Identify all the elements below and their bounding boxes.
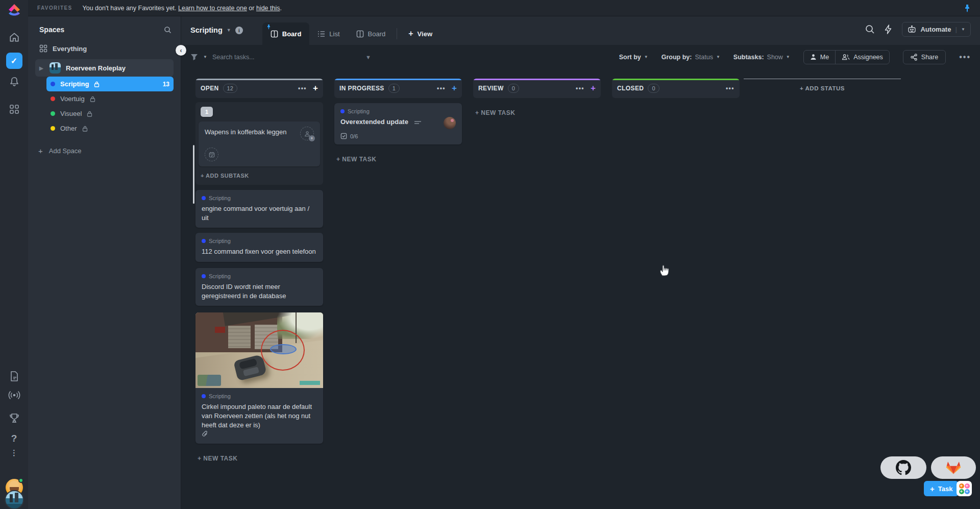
checklist-progress: 0/6 (350, 133, 358, 139)
home-icon[interactable] (9, 32, 20, 43)
tab-list[interactable]: List (309, 22, 348, 45)
toolbar-more-icon[interactable]: ••• (959, 53, 971, 62)
search-tasks-input[interactable] (212, 54, 330, 61)
task-card[interactable]: Wapens in kofferbak leggen + (199, 122, 320, 166)
subtasks-button[interactable]: Subtasks: Show ▼ (733, 54, 790, 61)
task-card[interactable]: Scripting Overextended update 0/6 (334, 103, 462, 144)
column-open: OPEN 12 ••• + 1 Wapens in kofferbak legg… (195, 79, 323, 462)
tab-board-2[interactable]: Board (348, 22, 394, 45)
info-icon[interactable]: i (235, 27, 243, 34)
dashboards-grid-icon[interactable] (9, 104, 19, 114)
github-button[interactable] (880, 456, 926, 479)
person-icon (810, 54, 817, 60)
new-task-button[interactable]: + NEW TASK (336, 156, 462, 163)
assignee-filter-group: Me Assignees (803, 50, 890, 64)
assignees-label: Assignees (853, 54, 883, 61)
column-count: 1 (388, 84, 400, 93)
add-subtask-button[interactable]: + ADD SUBTASK (199, 166, 320, 185)
board-view-icon (271, 30, 278, 38)
chevron-down-icon[interactable]: ▼ (365, 54, 371, 60)
me-filter-button[interactable]: Me (804, 51, 835, 64)
add-view-button[interactable]: + View (400, 22, 440, 45)
column-add-task-icon[interactable]: + (452, 83, 457, 93)
attachment-paperclip-icon (202, 430, 317, 438)
column-add-task-icon[interactable]: + (591, 83, 596, 93)
docs-icon[interactable] (9, 371, 19, 382)
list-color-dot (51, 82, 55, 86)
board-view-icon (356, 30, 364, 38)
learn-how-link[interactable]: Learn how to create one (178, 5, 247, 12)
task-title: Overextended update (340, 118, 408, 126)
task-card[interactable]: Scripting Discord ID wordt niet meer ger… (195, 268, 323, 306)
list-tag: Scripting (209, 195, 231, 201)
column-menu-icon[interactable]: ••• (298, 85, 307, 92)
group-by-button[interactable]: Group by: Status ▼ (662, 54, 720, 61)
list-tag-dot (202, 196, 206, 200)
automate-button[interactable]: Automate | ▼ (902, 22, 971, 37)
add-assignee-icon[interactable]: + (300, 127, 314, 140)
new-task-button[interactable]: + NEW TASK (475, 109, 601, 116)
filter-caret-icon[interactable]: ▼ (203, 55, 207, 59)
column-menu-icon[interactable]: ••• (437, 85, 446, 92)
share-button[interactable]: Share (903, 50, 946, 64)
sidebar-list-visueel[interactable]: Visueel (46, 106, 174, 121)
sort-by-button[interactable]: Sort by ▼ (619, 54, 648, 61)
add-due-date-icon[interactable] (205, 148, 218, 161)
list-tag-dot (202, 394, 206, 398)
sidebar-item-everything[interactable]: Everything (35, 41, 174, 56)
list-color-dot (51, 96, 55, 101)
column-review: REVIEW 0 ••• + + NEW TASK (473, 79, 601, 116)
spaces-sidebar: Spaces Everything ▶ Roerveen Roleplay Sc… (28, 16, 181, 509)
list-tag-dot (202, 274, 206, 278)
column-open-header: OPEN 12 ••• + (195, 79, 323, 98)
column-menu-icon[interactable]: ••• (576, 85, 584, 92)
column-menu-icon[interactable]: ••• (726, 85, 734, 92)
help-icon[interactable]: ? (11, 433, 17, 444)
pulse-icon[interactable] (8, 391, 20, 400)
add-space-button[interactable]: + Add Space (35, 143, 174, 158)
subtask-indicator-bar (193, 145, 194, 204)
sidebar-collapse-button[interactable]: ‹ (176, 45, 186, 56)
task-card-with-image[interactable]: Scripting Cirkel impound paleto naar de … (195, 312, 323, 444)
my-tasks-icon[interactable]: ✓ (6, 53, 22, 69)
hand-cursor (658, 263, 671, 277)
filter-funnel-icon[interactable] (190, 54, 198, 61)
hide-this-link[interactable]: hide this (256, 5, 280, 12)
subtask-count-badge[interactable]: 1 (201, 107, 213, 117)
column-review-header: REVIEW 0 ••• + (473, 79, 601, 98)
column-add-task-icon[interactable]: + (313, 83, 318, 93)
expand-caret-icon[interactable]: ▶ (39, 65, 44, 71)
search-icon[interactable] (865, 25, 875, 34)
lightning-icon[interactable] (884, 25, 893, 34)
description-icon (414, 120, 421, 124)
add-task-button[interactable]: + Task (924, 481, 959, 496)
list-tag: Scripting (209, 273, 231, 279)
sidebar-list-other[interactable]: Other (46, 121, 174, 136)
list-color-dot (51, 126, 55, 131)
gitlab-button[interactable] (931, 456, 976, 479)
list-view-icon (317, 31, 325, 37)
clickapps-tray-button[interactable]: + + + + (957, 481, 972, 496)
assignee-avatar[interactable] (444, 117, 456, 129)
more-options-icon[interactable]: ⋮ (10, 451, 18, 455)
task-card[interactable]: Scripting engine command voor voertuig a… (195, 190, 323, 228)
add-status-button[interactable]: + ADD STATUS (744, 79, 901, 91)
spaces-search-icon[interactable] (164, 26, 172, 34)
new-task-button[interactable]: + NEW TASK (198, 455, 323, 462)
column-name: REVIEW (478, 85, 504, 92)
sidebar-list-voertuig[interactable]: Voertuig (46, 91, 174, 106)
plus-badge-icon: + (309, 135, 315, 141)
clickup-logo-icon[interactable] (7, 3, 21, 18)
tab-pin-icon (266, 24, 271, 30)
goals-trophy-icon[interactable] (9, 413, 20, 424)
sidebar-list-scripting[interactable]: Scripting 13 (46, 77, 174, 91)
sidebar-space-roerveen[interactable]: ▶ Roerveen Roleplay (35, 59, 174, 77)
notifications-bell-icon[interactable] (9, 76, 19, 87)
assignees-filter-button[interactable]: Assignees (835, 51, 889, 64)
tab-board-active[interactable]: Board (262, 22, 310, 45)
workspace-avatar[interactable] (5, 490, 24, 509)
pin-icon[interactable] (964, 4, 971, 12)
automate-label: Automate (920, 26, 951, 33)
task-card[interactable]: Scripting 112 command fixen voor geen te… (195, 233, 323, 261)
title-dropdown-caret-icon[interactable]: ▼ (227, 28, 231, 33)
